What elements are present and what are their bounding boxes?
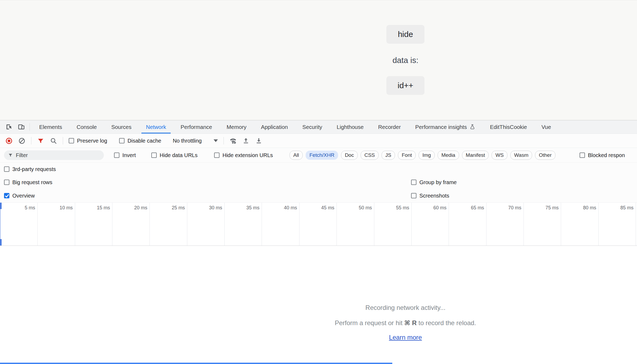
tab-lighthouse[interactable]: Lighthouse xyxy=(330,120,371,133)
overview-row: Overview Screenshots xyxy=(0,189,637,202)
timeline-tick-label: 35 ms xyxy=(221,205,259,211)
learn-more-link[interactable]: Learn more xyxy=(389,334,422,341)
experiment-icon xyxy=(469,124,475,130)
timeline-tick-label: 55 ms xyxy=(371,205,409,211)
checkbox-box xyxy=(411,180,416,185)
timeline-tick-label: 15 ms xyxy=(72,205,110,211)
filter-pill-doc[interactable]: Doc xyxy=(341,151,358,160)
timeline-tick-label: 60 ms xyxy=(408,205,446,211)
invert-label: Invert xyxy=(122,152,136,158)
third-party-row: 3rd-party requests xyxy=(0,163,637,176)
timeline-tick-label: 30 ms xyxy=(184,205,222,211)
tab-application[interactable]: Application xyxy=(254,120,295,133)
timeline-tick-label: 75 ms xyxy=(521,205,559,211)
clear-button[interactable] xyxy=(18,137,25,144)
filter-pill-ws[interactable]: WS xyxy=(492,151,507,160)
filter-pill-all[interactable]: All xyxy=(290,151,303,160)
tab-label: EditThisCookie xyxy=(490,124,527,130)
group-by-frame-label: Group by frame xyxy=(419,179,457,185)
hide-data-urls-checkbox[interactable]: Hide data URLs xyxy=(151,152,197,158)
tab-network[interactable]: Network xyxy=(139,120,173,133)
throttling-select[interactable]: No throttling xyxy=(173,138,218,144)
timeline-tick-label: 85 ms xyxy=(595,205,634,211)
increment-id-button[interactable]: id++ xyxy=(386,76,424,95)
separator xyxy=(224,137,224,144)
tab-elements[interactable]: Elements xyxy=(32,120,69,133)
tab-performance-insights[interactable]: Performance insights xyxy=(408,120,483,133)
timeline-tick-label: 80 ms xyxy=(558,205,596,211)
checkbox-box xyxy=(4,166,9,172)
disable-cache-checkbox[interactable]: Disable cache xyxy=(119,138,161,144)
checkbox-box xyxy=(4,180,9,185)
filter-pill-manifest[interactable]: Manifest xyxy=(462,151,489,160)
hide-extension-urls-checkbox[interactable]: Hide extension URLs xyxy=(214,152,273,158)
timeline-tick-label: 70 ms xyxy=(483,205,521,211)
network-empty-state: Recording network activity... Perform a … xyxy=(335,304,476,341)
export-har-icon[interactable] xyxy=(255,137,262,144)
filter-pill-wasm[interactable]: Wasm xyxy=(510,151,532,160)
filter-pill-media[interactable]: Media xyxy=(438,151,459,160)
invert-checkbox[interactable]: Invert xyxy=(114,152,136,158)
checkbox-box xyxy=(69,138,74,143)
selection-handle-top[interactable] xyxy=(0,203,2,209)
checkbox-box xyxy=(580,153,585,158)
filter-placeholder: Filter xyxy=(16,152,28,158)
tab-label: Security xyxy=(302,124,322,130)
tab-sources[interactable]: Sources xyxy=(104,120,139,133)
throttling-value: No throttling xyxy=(173,138,202,144)
blocked-response-label: Blocked respon xyxy=(588,152,625,158)
recording-status-text: Recording network activity... xyxy=(335,304,476,311)
selection-handle-bottom[interactable] xyxy=(0,239,2,246)
checkbox-box xyxy=(151,153,157,158)
filter-input-icon xyxy=(8,153,13,158)
device-toolbar-icon[interactable] xyxy=(15,120,27,133)
network-conditions-icon[interactable] xyxy=(229,137,237,144)
tab-performance[interactable]: Performance xyxy=(173,120,219,133)
timeline-tick-label: 25 ms xyxy=(147,205,185,211)
request-list-area xyxy=(0,246,637,364)
network-overview-timeline[interactable]: 5 ms10 ms15 ms20 ms25 ms30 ms35 ms40 ms4… xyxy=(0,202,637,246)
big-request-rows-checkbox[interactable]: Big request rows xyxy=(4,179,52,185)
filter-pill-img[interactable]: Img xyxy=(419,151,435,160)
filter-pill-css[interactable]: CSS xyxy=(361,151,379,160)
disable-cache-label: Disable cache xyxy=(127,138,161,144)
webpage-area: hide data is: id++ xyxy=(0,0,637,120)
overview-checkbox[interactable]: Overview xyxy=(4,193,35,199)
filter-pill-js[interactable]: JS xyxy=(382,151,395,160)
dropdown-caret-icon xyxy=(214,139,218,142)
filter-pill-fetch-xhr[interactable]: Fetch/XHR xyxy=(306,151,338,160)
filter-toggle-button[interactable] xyxy=(37,137,44,144)
page-content: hide data is: id++ xyxy=(386,25,424,95)
third-party-requests-checkbox[interactable]: 3rd-party requests xyxy=(4,166,56,172)
timeline-tick-label: 65 ms xyxy=(446,205,484,211)
group-by-frame-checkbox[interactable]: Group by frame xyxy=(411,179,457,185)
search-button[interactable] xyxy=(50,137,57,144)
timeline-tick-label: 40 ms xyxy=(259,205,297,211)
blocked-response-cookies-checkbox[interactable]: Blocked respon xyxy=(580,148,625,162)
checkbox-box xyxy=(114,153,119,158)
tab-editthiscookie[interactable]: EditThisCookie xyxy=(483,120,534,133)
filter-pill-font[interactable]: Font xyxy=(398,151,416,160)
tab-security[interactable]: Security xyxy=(295,120,330,133)
import-har-icon[interactable] xyxy=(242,137,250,144)
checkbox-box xyxy=(119,138,125,143)
hide-button[interactable]: hide xyxy=(386,25,424,44)
resource-type-filters: AllFetch/XHRDocCSSJSFontImgMediaManifest… xyxy=(290,151,555,160)
tab-console[interactable]: Console xyxy=(69,120,104,133)
filter-pill-other[interactable]: Other xyxy=(535,151,555,160)
preserve-log-label: Preserve log xyxy=(77,138,107,144)
third-party-requests-label: 3rd-party requests xyxy=(12,166,56,172)
tab-label: Vue xyxy=(541,124,551,130)
devtools-panel: ElementsConsoleSourcesNetworkPerformance… xyxy=(0,120,637,364)
filter-input[interactable]: Filter xyxy=(4,150,104,160)
inspect-element-icon[interactable] xyxy=(3,120,15,133)
hide-data-urls-label: Hide data URLs xyxy=(160,152,197,158)
screenshots-checkbox[interactable]: Screenshots xyxy=(411,193,449,199)
tab-recorder[interactable]: Recorder xyxy=(371,120,408,133)
record-button[interactable] xyxy=(5,137,13,144)
checkbox-box xyxy=(411,193,416,198)
tab-vue[interactable]: Vue xyxy=(534,120,558,133)
tab-memory[interactable]: Memory xyxy=(219,120,254,133)
preserve-log-checkbox[interactable]: Preserve log xyxy=(69,138,107,144)
separator xyxy=(31,137,31,144)
